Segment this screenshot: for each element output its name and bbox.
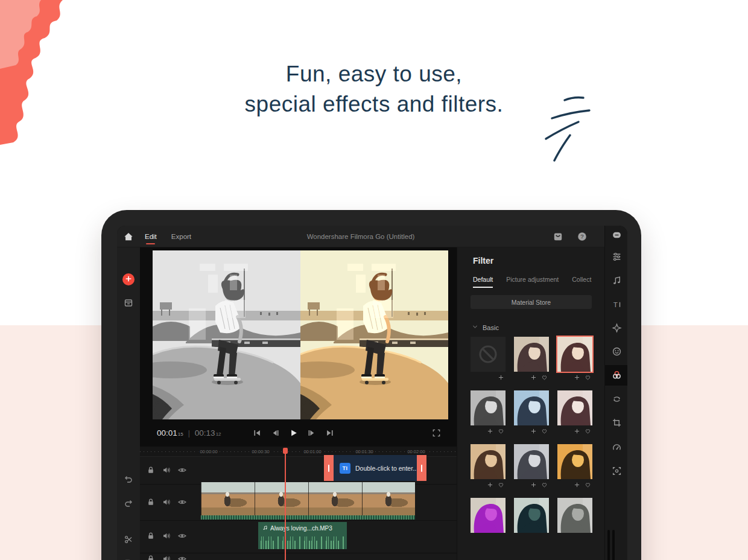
favorite-icon[interactable] [585,428,591,434]
track3-lock-toggle[interactable] [146,531,156,541]
favorite-icon[interactable] [541,374,548,381]
filter-thumb-10[interactable] [471,498,506,533]
filter-thumb-2[interactable] [514,337,549,372]
track4-lock-toggle[interactable] [146,554,156,560]
filter-tool-button[interactable] [605,365,627,386]
scrollbar[interactable] [607,530,617,560]
filter-thumb-11[interactable] [514,498,549,533]
video-after-half [300,250,448,419]
filter-grid [471,337,592,542]
filter-thumb-3[interactable] [557,337,592,372]
video-preview[interactable] [153,250,448,419]
ruler-label: 00:00:30 [250,449,271,454]
music-note-icon [262,524,268,532]
feedback-tool-button[interactable] [605,226,627,246]
undo-button[interactable] [124,474,133,484]
filter-thumb-actions [557,425,592,435]
audio-clip[interactable]: Always loving...ch.MP3 [258,522,347,549]
app-screen: EditExport Wondershare Filmora Go (Untit… [117,226,627,560]
redo-button[interactable] [124,498,133,508]
home-button[interactable] [117,231,140,242]
effects-tool-button[interactable] [605,318,627,339]
add-to-timeline-icon[interactable] [530,482,537,488]
filter-tab-collect[interactable]: Collect [572,276,591,288]
focus-icon [612,466,622,477]
media-library-button[interactable] [124,298,133,308]
play-button[interactable] [288,428,299,438]
filter-thumb-12[interactable] [557,498,592,533]
fullscreen-button[interactable] [432,428,441,438]
playhead-handle[interactable] [283,448,288,454]
music-tool-button[interactable] [605,270,627,291]
add-to-timeline-icon[interactable] [498,374,504,381]
filter-tab-picture-adjustment[interactable]: Picture adjustment [506,276,559,288]
favorite-icon[interactable] [541,428,548,434]
store-icon[interactable] [553,231,563,242]
focus-tool-button[interactable] [605,461,627,482]
help-icon[interactable]: ? [577,231,588,242]
speed-tool-button[interactable] [605,438,627,458]
text-icon: T [612,299,622,311]
filter-panel: Filter DefaultPicture adjustmentCollect … [457,247,604,560]
add-to-timeline-icon[interactable] [574,482,580,488]
filter-thumb-9[interactable] [557,444,592,479]
add-to-timeline-icon[interactable] [530,374,537,381]
add-media-button[interactable] [122,273,135,285]
favorite-icon[interactable] [585,482,591,488]
track2-visibility-toggle[interactable] [177,497,187,507]
clip-trim-handle-left[interactable] [324,455,334,481]
headline-line1: Fun, easy to use, [72,59,676,89]
menu-edit[interactable]: Edit [144,231,158,243]
text-tool-button[interactable]: T [605,294,627,315]
timecode-current-frames: 15 [178,431,183,437]
playhead-line[interactable] [285,448,286,560]
favorite-icon[interactable] [498,428,504,434]
favorite-icon[interactable] [541,482,548,488]
topbar-icons: ? [553,231,588,242]
track1-visibility-toggle[interactable] [177,465,187,475]
transition-tool-button[interactable] [605,389,627,410]
clip-trim-handle-right[interactable] [417,455,426,481]
track2-volume-toggle[interactable] [162,497,171,507]
filter-thumb-actions [471,479,506,489]
track1-volume-toggle[interactable] [162,465,171,475]
text-clip[interactable]: TI Double-click to enter... [324,455,426,481]
filter-tab-default[interactable]: Default [473,276,493,288]
adjust-tool-button[interactable] [605,247,627,267]
filter-thumb-1[interactable] [471,337,506,372]
add-to-timeline-icon[interactable] [574,374,580,381]
filter-thumb-4[interactable] [471,390,506,425]
favorite-icon[interactable] [498,482,504,488]
basic-section-header[interactable]: Basic [472,323,499,331]
split-button[interactable] [124,535,133,544]
filter-thumb-actions [557,372,592,381]
ruler-label: 00:00:00 [198,449,219,454]
audio-waveform [258,536,347,549]
crop-tool-button[interactable] [605,413,627,433]
skip-end-button[interactable] [325,428,335,438]
skip-start-button[interactable] [252,428,262,438]
add-to-timeline-icon[interactable] [487,428,493,434]
chevron-down-icon [472,323,478,331]
filter-thumb-8[interactable] [514,444,549,479]
add-to-timeline-icon[interactable] [487,482,493,488]
frame-back-button[interactable] [270,428,280,438]
track3-volume-toggle[interactable] [162,531,171,541]
track4-volume-toggle[interactable] [162,554,171,560]
favorite-icon[interactable] [585,374,591,381]
add-to-timeline-icon[interactable] [530,428,537,434]
filter-thumb-5[interactable] [514,390,549,425]
track4-visibility-toggle[interactable] [177,554,187,560]
track2-lock-toggle[interactable] [146,497,156,507]
track3-visibility-toggle[interactable] [177,531,187,541]
sticker-tool-button[interactable] [605,342,627,362]
filter-thumb-6[interactable] [557,390,592,425]
menu-export[interactable]: Export [170,231,192,243]
track1-lock-toggle[interactable] [146,465,156,475]
filter-thumb-7[interactable] [471,444,506,479]
material-store-button[interactable]: Material Store [471,295,592,309]
filter-thumb-actions [557,533,592,542]
add-to-timeline-icon[interactable] [574,428,580,434]
frame-forward-button[interactable] [306,428,317,438]
video-clip[interactable] [201,482,415,520]
